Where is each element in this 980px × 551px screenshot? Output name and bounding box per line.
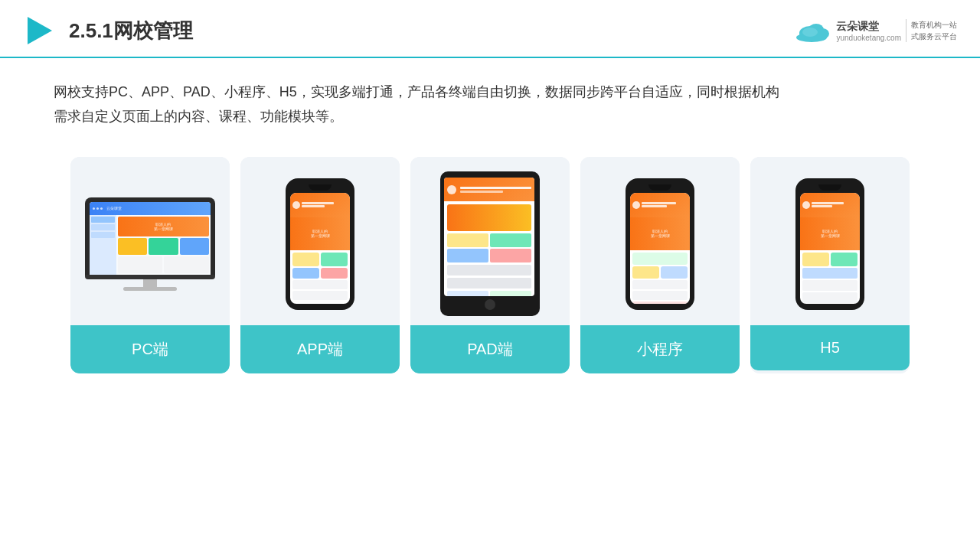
page-title: 2.5.1网校管理 bbox=[69, 18, 193, 44]
card-miniapp: 职涯人的第一堂网课 bbox=[580, 157, 740, 373]
svg-marker-0 bbox=[28, 17, 52, 44]
card-image-pc: 云朵课堂 职涯人的第一堂网课 bbox=[70, 157, 230, 325]
logo-name: 云朵课堂 bbox=[836, 20, 901, 34]
card-app: 职涯人的第一堂网课 bbox=[240, 157, 400, 373]
card-label-pad: PAD端 bbox=[410, 325, 570, 373]
logo-sub: 教育机构一站 式服务云平台 bbox=[906, 19, 957, 42]
cloud-icon bbox=[795, 19, 831, 42]
card-h5: 职涯人的第一堂网课 bbox=[750, 157, 910, 373]
pc-mockup: 云朵课堂 职涯人的第一堂网课 bbox=[85, 197, 215, 291]
logo-cloud: 云朵课堂 yunduoketang.com 教育机构一站 式服务云平台 bbox=[795, 19, 957, 42]
card-pc: 云朵课堂 职涯人的第一堂网课 bbox=[70, 157, 230, 373]
description: 网校支持PC、APP、PAD、小程序、H5，实现多端打通，产品各终端自由切换，数… bbox=[0, 58, 980, 142]
card-label-pc: PC端 bbox=[70, 325, 230, 373]
cards-container: 云朵课堂 职涯人的第一堂网课 bbox=[0, 142, 980, 389]
phone-mockup-h5: 职涯人的第一堂网课 bbox=[795, 178, 864, 310]
logo-area: 云朵课堂 yunduoketang.com 教育机构一站 式服务云平台 bbox=[795, 19, 957, 42]
card-label-miniapp: 小程序 bbox=[580, 325, 740, 373]
pad-mockup bbox=[440, 171, 540, 316]
header-left: 2.5.1网校管理 bbox=[23, 14, 193, 47]
card-image-h5: 职涯人的第一堂网课 bbox=[750, 157, 910, 325]
card-label-app: APP端 bbox=[240, 325, 400, 373]
card-label-h5: H5 bbox=[750, 325, 910, 370]
logo-text-area: 云朵课堂 yunduoketang.com bbox=[836, 20, 901, 42]
card-image-pad bbox=[410, 157, 570, 325]
play-icon bbox=[23, 14, 57, 47]
logo-url: yunduoketang.com bbox=[836, 34, 901, 42]
svg-point-6 bbox=[802, 28, 818, 37]
header: 2.5.1网校管理 云朵课堂 yunduoketang.com 教育机构一站 式… bbox=[0, 0, 980, 58]
card-pad: PAD端 bbox=[410, 157, 570, 373]
card-image-miniapp: 职涯人的第一堂网课 bbox=[580, 157, 740, 325]
description-text: 网校支持PC、APP、PAD、小程序、H5，实现多端打通，产品各终端自由切换，数… bbox=[54, 84, 779, 124]
card-image-app: 职涯人的第一堂网课 bbox=[240, 157, 400, 325]
phone-mockup-miniapp: 职涯人的第一堂网课 bbox=[626, 178, 694, 310]
phone-mockup-app: 职涯人的第一堂网课 bbox=[286, 178, 354, 310]
